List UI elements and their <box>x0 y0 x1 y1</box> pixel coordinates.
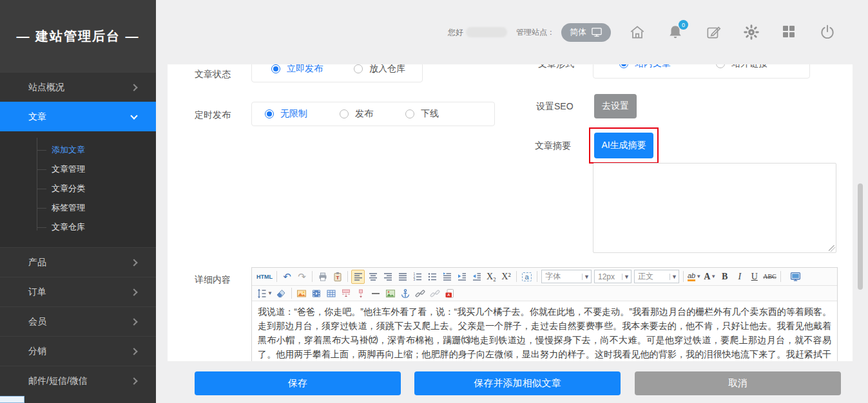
bold-icon[interactable]: B <box>718 270 731 284</box>
top-bar: 您好 管理站点： 简体 0 <box>156 0 868 64</box>
anchor-icon[interactable] <box>399 286 412 301</box>
chevron-right-icon <box>130 259 137 266</box>
redo-icon[interactable]: ↷ <box>295 270 309 284</box>
svg-text:3: 3 <box>413 278 415 281</box>
bell-icon[interactable]: 0 <box>667 24 684 41</box>
outdent-icon[interactable] <box>470 270 483 284</box>
sidebar-item-distribution[interactable]: 分销 <box>0 336 156 366</box>
page-scrollbar-thumb[interactable] <box>858 183 863 290</box>
font-family-select[interactable]: 字体▼ <box>541 270 592 283</box>
sidebar-item-products[interactable]: 产品 <box>0 247 156 277</box>
app-window: — 建站管理后台 — 站点概况 文章 添加文章 文章管理 文章分类 标签管理 文… <box>0 0 868 403</box>
seo-settings-button[interactable]: 去设置 <box>594 94 637 118</box>
sidebar-item-article-warehouse[interactable]: 文章仓库 <box>0 218 156 237</box>
svg-text:T: T <box>336 275 339 281</box>
sidebar: — 建站管理后台 — 站点概况 文章 添加文章 文章管理 文章分类 标签管理 文… <box>0 0 156 403</box>
monitor-icon <box>591 27 603 37</box>
radio-external-link[interactable]: 站外链接 <box>716 64 767 70</box>
chevron-right-icon <box>130 288 137 295</box>
radio-publish-now[interactable]: 立即发布 <box>271 64 323 75</box>
language-display-button[interactable]: 简体 <box>561 23 611 42</box>
sidebar-item-orders[interactable]: 订单 <box>0 277 156 306</box>
unordered-list-icon[interactable] <box>425 270 439 284</box>
highlight-color-icon[interactable]: ab▼ <box>687 270 702 284</box>
article-status-label: 文章状态 <box>195 69 231 80</box>
insert-table-icon[interactable] <box>325 286 338 301</box>
undo-icon[interactable]: ↶ <box>280 270 294 284</box>
seo-label: 设置SEO <box>536 101 574 113</box>
subscript-icon[interactable]: X₂ <box>485 270 498 284</box>
save-and-add-similar-button[interactable]: 保存并添加相似文章 <box>414 371 621 395</box>
radio-icon <box>265 109 274 118</box>
radio-no-limit[interactable]: 无限制 <box>265 108 307 120</box>
unlink-icon[interactable] <box>429 286 442 301</box>
sidebar-item-article-category[interactable]: 文章分类 <box>0 179 156 198</box>
home-icon[interactable] <box>629 24 646 41</box>
underline-icon[interactable]: U <box>747 270 761 284</box>
preview-screen-icon[interactable] <box>789 270 802 284</box>
radio-icon <box>340 109 349 118</box>
horizontal-rule-icon[interactable] <box>369 286 383 301</box>
auto-typeset-icon[interactable]: a <box>520 270 534 284</box>
gear-icon[interactable] <box>743 24 760 41</box>
radio-icon <box>271 64 280 73</box>
superscript-icon[interactable]: X² <box>499 270 513 284</box>
link-icon[interactable] <box>414 286 427 301</box>
radio-put-in-warehouse[interactable]: 放入仓库 <box>354 64 405 75</box>
rich-text-editor: HTML ↶ ↷ T <box>251 267 838 361</box>
ordered-list-icon[interactable]: 123 <box>410 270 424 284</box>
align-left-icon[interactable] <box>351 270 365 284</box>
sidebar-item-label: 文章 <box>28 111 46 123</box>
sidebar-item-tag-management[interactable]: 标签管理 <box>0 198 156 218</box>
compose-icon[interactable] <box>705 24 722 41</box>
sidebar-item-articles[interactable]: 文章 <box>0 102 156 131</box>
radio-offline[interactable]: 下线 <box>405 108 439 120</box>
paragraph-format-select[interactable]: 正文▼ <box>634 270 679 283</box>
font-size-select[interactable]: 12px▼ <box>594 270 632 283</box>
font-color-icon[interactable]: A▼ <box>703 270 717 284</box>
sidebar-item-mail-sms-wechat[interactable]: 邮件/短信/微信 <box>0 366 156 395</box>
line-height-icon[interactable]: ▼ <box>256 286 273 301</box>
ai-generate-summary-button[interactable]: AI生成摘要 <box>594 133 653 158</box>
insert-video-icon[interactable] <box>310 286 323 301</box>
article-type-group: 站内文章 站外链接 <box>593 64 810 79</box>
save-button[interactable]: 保存 <box>195 371 401 395</box>
summary-textarea[interactable] <box>593 163 836 253</box>
first-line-indent-icon[interactable] <box>440 270 454 284</box>
sidebar-item-add-article[interactable]: 添加文章 <box>0 140 156 160</box>
apps-grid-icon[interactable] <box>781 24 798 41</box>
italic-icon[interactable]: I <box>733 270 746 284</box>
attachment-pdf-icon[interactable]: A <box>443 286 457 301</box>
align-center-icon[interactable] <box>366 270 380 284</box>
page-break-icon[interactable] <box>340 286 353 301</box>
sidebar-item-site-overview[interactable]: 站点概况 <box>0 72 156 102</box>
manage-site-label: 管理站点： <box>516 27 555 38</box>
schedule-label: 定时发布 <box>195 109 231 121</box>
format-eraser-icon[interactable] <box>275 286 288 301</box>
articles-submenu: 添加文章 文章管理 文章分类 标签管理 文章仓库 <box>0 131 156 247</box>
content-card: 文章状态 立即发布 放入仓库 文章形式 站内文章 站外链接 定时发布 <box>168 64 853 361</box>
align-justify-icon[interactable] <box>396 270 409 284</box>
power-icon[interactable] <box>819 24 836 41</box>
html-source-button[interactable]: HTML <box>256 270 273 284</box>
section-break-icon[interactable] <box>354 286 368 301</box>
cancel-button[interactable]: 取消 <box>635 371 841 395</box>
print-icon[interactable] <box>316 270 329 284</box>
indent-icon[interactable] <box>455 270 468 284</box>
radio-internal-article[interactable]: 站内文章 <box>619 64 671 70</box>
sidebar-item-label: 分销 <box>28 346 46 357</box>
sidebar-item-article-management[interactable]: 文章管理 <box>0 160 156 179</box>
editor-toolbar-row-2: ▼ <box>252 286 837 301</box>
editor-content[interactable]: 我说道：“爸爸，你走吧。”他往车外看了看，说：“我买几个橘子去。你就在此地，不要… <box>252 301 837 361</box>
sidebar-item-members[interactable]: 会员 <box>0 306 156 336</box>
sidebar-item-label: 产品 <box>28 257 46 268</box>
svg-text:A: A <box>448 293 450 297</box>
align-right-icon[interactable] <box>381 270 394 284</box>
radio-publish[interactable]: 发布 <box>340 108 373 120</box>
image-manager-icon[interactable] <box>384 286 398 301</box>
radio-icon <box>619 64 628 68</box>
insert-image-icon[interactable] <box>295 286 309 301</box>
paste-as-text-icon[interactable]: T <box>331 270 344 284</box>
language-label: 简体 <box>570 26 586 38</box>
strikethrough-icon[interactable]: ABC <box>762 270 777 284</box>
